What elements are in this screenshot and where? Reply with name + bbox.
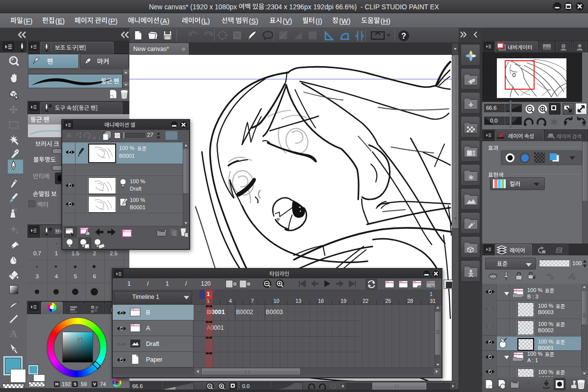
svg-text:16: 16 [318,298,324,304]
svg-text:?: ? [401,32,406,40]
svg-text:10: 10 [273,298,279,304]
svg-text:31: 31 [430,298,436,304]
svg-text:22: 22 [363,298,368,304]
svg-text:25: 25 [385,298,391,304]
svg-text:19: 19 [341,298,346,304]
svg-text:A: A [10,328,18,340]
svg-text:28: 28 [407,298,413,304]
svg-text:13: 13 [295,298,301,304]
svg-text:7: 7 [251,298,254,304]
svg-text:1: 1 [430,292,433,297]
svg-text:4: 4 [229,298,232,304]
svg-text:GO: GO [418,286,422,289]
